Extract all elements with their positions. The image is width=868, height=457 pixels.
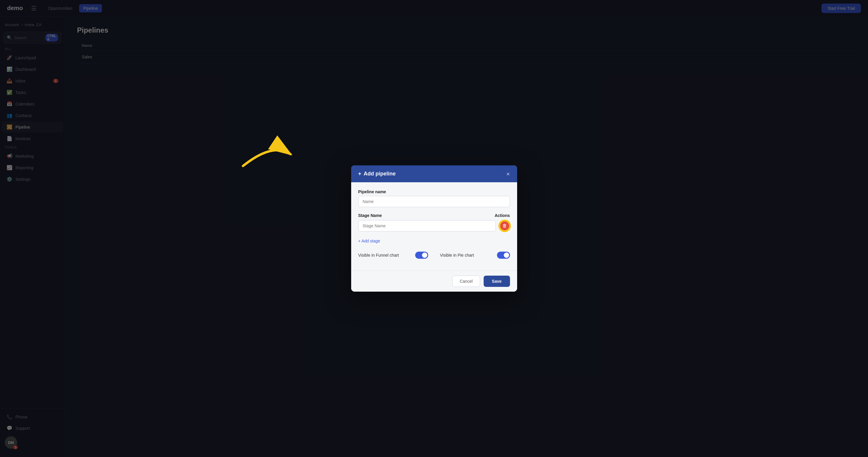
funnel-chart-toggle-row: Visible in Funnel chart (358, 250, 428, 260)
pipeline-name-group: Pipeline name (358, 189, 510, 207)
add-stage-button[interactable]: + Add stage (358, 237, 380, 244)
modal-close-button[interactable]: × (506, 171, 510, 177)
pie-chart-toggle[interactable] (497, 252, 510, 259)
stage-row: 🗑 (358, 220, 510, 232)
add-pipeline-modal: + Add pipeline × Pipeline name Stage Nam… (351, 165, 517, 292)
modal-body: Pipeline name Stage Name Actions 🗑 + Add… (351, 182, 517, 271)
pie-chart-label: Visible in Pie chart (440, 253, 474, 257)
delete-stage-button[interactable]: 🗑 (499, 220, 510, 231)
stage-name-group: Stage Name Actions 🗑 (358, 213, 510, 232)
cancel-button[interactable]: Cancel (452, 276, 480, 287)
pipeline-name-input[interactable] (358, 196, 510, 207)
modal-title-plus: + (358, 171, 362, 177)
trash-icon: 🗑 (502, 223, 507, 228)
modal-overlay: + Add pipeline × Pipeline name Stage Nam… (0, 0, 868, 457)
pipeline-name-label: Pipeline name (358, 189, 510, 194)
actions-label: Actions (489, 213, 510, 218)
pie-chart-toggle-row: Visible in Pie chart (440, 250, 510, 260)
funnel-chart-label: Visible in Funnel chart (358, 253, 399, 257)
stage-name-label: Stage Name (358, 213, 489, 218)
toggles-container: Visible in Funnel chart Visible in Pie c… (358, 250, 510, 264)
modal-title-text: Add pipeline (364, 171, 396, 177)
modal-header: + Add pipeline × (351, 165, 517, 182)
modal-footer: Cancel Save (351, 271, 517, 292)
stage-name-input[interactable] (358, 220, 496, 232)
save-button[interactable]: Save (484, 276, 510, 287)
funnel-chart-toggle[interactable] (415, 252, 428, 259)
pie-toggle-knob (504, 252, 509, 258)
funnel-toggle-knob (422, 252, 427, 258)
modal-title: + Add pipeline (358, 171, 396, 177)
